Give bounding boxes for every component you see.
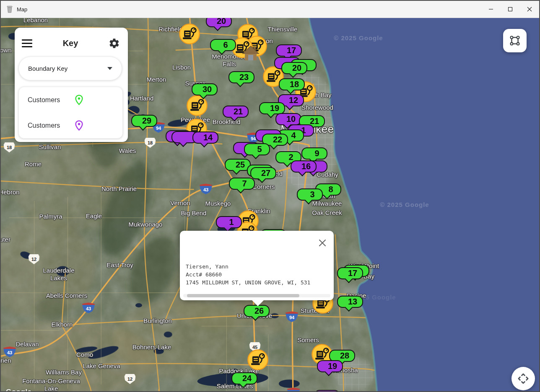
fuel-site-marker[interactable] (247, 349, 269, 371)
map-marker-green[interactable]: 9 (301, 147, 327, 160)
map-place-label: Muskego (205, 200, 231, 207)
map-place-label: Thiensville (268, 26, 298, 33)
pan-arrows-icon (517, 373, 529, 384)
marker-count: 3 (310, 190, 314, 199)
popup-close-icon[interactable] (317, 238, 327, 248)
legend-item-customers-1[interactable]: Customers (19, 113, 122, 138)
marker-count: 4 (291, 131, 296, 140)
map-marker-green[interactable]: 24 (231, 372, 257, 384)
fuel-truck-icon (247, 349, 269, 371)
map-place-label: Delavan (16, 340, 39, 348)
marker-count: 14 (203, 133, 213, 142)
window-title: Map (17, 6, 27, 13)
legend-label: Customers (28, 122, 60, 129)
map-place-label: Shorewood (301, 104, 333, 111)
boundary-key-dropdown[interactable]: Boundary Key (18, 57, 122, 80)
map-marker-green[interactable]: 29 (131, 115, 157, 127)
map-place-label: own (1, 46, 12, 54)
marker-count: 26 (254, 306, 264, 316)
map-marker-green[interactable]: 26 (244, 305, 270, 317)
house-icon (241, 43, 260, 62)
pan-mode-button[interactable] (511, 367, 535, 390)
marker-count: 10 (286, 114, 296, 124)
map-marker-green[interactable]: 13 (337, 296, 363, 308)
map-place-label: Rome (25, 160, 42, 168)
map-marker-green[interactable]: 6 (210, 39, 236, 51)
chevron-down-icon (107, 67, 112, 70)
map-marker-purple[interactable]: 1 (216, 216, 242, 228)
map-marker-green[interactable]: 19 (259, 102, 285, 114)
fuel-site-marker[interactable] (186, 95, 208, 116)
map-marker-green[interactable]: 7 (229, 178, 255, 190)
map-marker-green[interactable]: 27 (250, 167, 276, 179)
app-icon (6, 5, 13, 13)
draw-boundary-button[interactable] (503, 29, 527, 52)
map-marker-green[interactable]: 5 (244, 143, 270, 155)
map-place-label: Bohners Lake (132, 343, 171, 351)
marker-count: 7 (242, 179, 247, 188)
popup-scrollbar-thumb[interactable] (187, 294, 299, 297)
marker-count: 28 (340, 351, 349, 361)
map-marker-green[interactable]: 20 (281, 62, 307, 74)
marker-count: 19 (328, 361, 337, 371)
popup-scrollbar-track (183, 294, 330, 297)
marker-count: 2 (288, 152, 293, 162)
map-pin-icon (67, 120, 85, 131)
map-place-label: rien (1, 357, 11, 364)
map-place-label: Williams Bay (46, 369, 82, 376)
marker-count: 21 (234, 107, 243, 116)
marker-count: 5 (257, 144, 262, 154)
map-pin-icon (73, 120, 85, 131)
map-viewport[interactable]: Tiersen, Yann Acct# 68660 1745 MILLDRUM … (1, 18, 539, 391)
key-panel-header: Key (15, 28, 128, 49)
map-marker-purple[interactable]: 20 (206, 18, 232, 27)
legend-item-customers-0[interactable]: Customers (19, 87, 122, 113)
map-place-label: Palmyra (39, 213, 62, 220)
map-marker-purple[interactable]: 17 (276, 44, 302, 57)
marker-count: 20 (217, 18, 226, 26)
map-marker-purple[interactable] (314, 390, 340, 391)
map-marker-purple[interactable]: 19 (317, 360, 343, 372)
marker-count: 25 (236, 160, 245, 170)
menu-icon[interactable] (22, 39, 32, 47)
close-button[interactable] (520, 1, 539, 18)
map-marker-purple[interactable]: 10 (275, 113, 301, 125)
settings-gear-icon[interactable] (109, 38, 120, 49)
map-marker-green[interactable]: 3 (297, 188, 323, 201)
map-place-label: Oak Creek (312, 209, 342, 217)
marker-count: 22 (273, 135, 282, 144)
map-marker-purple[interactable]: 21 (223, 106, 249, 118)
key-panel: Key Boundary Key Customers Customers (15, 28, 128, 142)
map-place-label: uter (1, 236, 10, 243)
marker-count: 23 (239, 72, 249, 82)
map-place-label: Lisbon (172, 64, 191, 71)
fuel-site-marker[interactable] (179, 23, 200, 45)
map-place-label: Hartland (130, 95, 154, 102)
map-marker-purple[interactable]: 14 (192, 132, 218, 144)
marker-count: 17 (348, 268, 357, 278)
map-place-label: Abells Corners (46, 292, 87, 299)
home-marker[interactable] (241, 43, 260, 62)
maximize-button[interactable] (501, 1, 520, 18)
boundary-key-label: Boundary Key (28, 65, 68, 72)
minimize-button[interactable] (481, 1, 501, 18)
map-marker-green[interactable]: 17 (337, 267, 363, 279)
map-place-label: North Prairie (101, 185, 137, 193)
legend-label: Customers (28, 96, 60, 104)
map-attribution: © 2025 Google (380, 201, 429, 209)
fuel-truck-icon (186, 95, 208, 116)
map-marker-green[interactable]: 23 (228, 71, 254, 83)
map-place-label: Lake Geneva (83, 362, 120, 370)
marker-count: 9 (314, 149, 319, 158)
map-marker-green[interactable]: 30 (192, 83, 218, 95)
map-place-label: Somers (297, 336, 319, 344)
marker-count: 30 (202, 85, 212, 94)
map-place-label: Lauderdale Lakes (43, 267, 74, 282)
map-place-label: Merton (147, 76, 166, 83)
map-marker-purple[interactable]: 16 (291, 160, 317, 173)
map-marker-green[interactable]: 18 (279, 78, 305, 90)
google-logo: Google (6, 388, 32, 391)
map-place-label: Como (76, 351, 93, 358)
marker-count: 29 (142, 116, 151, 126)
marker-count: 8 (328, 185, 333, 194)
